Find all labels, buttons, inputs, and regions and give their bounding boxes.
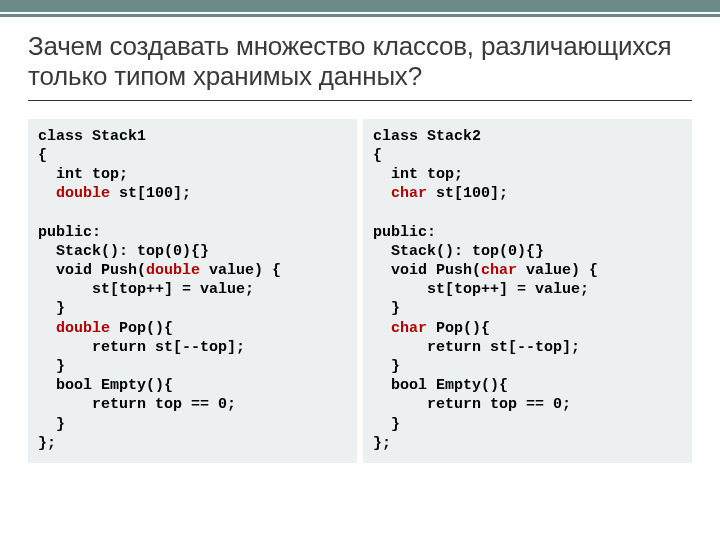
code-line: { <box>38 147 47 164</box>
code-line <box>38 320 56 337</box>
keyword: double <box>146 262 200 279</box>
code-line: class Stack1 <box>38 128 146 145</box>
code-line: st[100]; <box>427 185 508 202</box>
code-line: Stack(): top(0){} <box>38 243 209 260</box>
keyword: double <box>56 320 110 337</box>
code-line: public: <box>373 224 436 241</box>
code-line: bool Empty(){ <box>38 377 173 394</box>
code-line: } <box>373 416 400 433</box>
code-line: int top; <box>373 166 463 183</box>
code-line: return top == 0; <box>373 396 571 413</box>
code-right: class Stack2 { int top; char st[100]; pu… <box>363 119 692 463</box>
code-line: Pop(){ <box>427 320 490 337</box>
code-columns: class Stack1 { int top; double st[100]; … <box>28 119 692 463</box>
code-line: return top == 0; <box>38 396 236 413</box>
keyword: char <box>481 262 517 279</box>
code-line: }; <box>38 435 56 452</box>
code-line: } <box>38 358 65 375</box>
code-line: Pop(){ <box>110 320 173 337</box>
code-line: bool Empty(){ <box>373 377 508 394</box>
code-line: void Push( <box>38 262 146 279</box>
code-line: value) { <box>517 262 598 279</box>
code-line: public: <box>38 224 101 241</box>
code-line: value) { <box>200 262 281 279</box>
slide-title: Зачем создавать множество классов, разли… <box>28 32 692 92</box>
slide-content: Зачем создавать множество классов, разли… <box>0 14 720 463</box>
code-line: } <box>373 300 400 317</box>
code-line: st[100]; <box>110 185 191 202</box>
code-line: int top; <box>38 166 128 183</box>
code-line: } <box>373 358 400 375</box>
code-left: class Stack1 { int top; double st[100]; … <box>28 119 357 463</box>
code-line: st[top++] = value; <box>373 281 589 298</box>
code-line: { <box>373 147 382 164</box>
code-line <box>373 185 391 202</box>
code-line <box>38 185 56 202</box>
code-line: return st[--top]; <box>373 339 580 356</box>
code-line: class Stack2 <box>373 128 481 145</box>
keyword: double <box>56 185 110 202</box>
code-line: }; <box>373 435 391 452</box>
title-underline <box>28 100 692 101</box>
keyword: char <box>391 320 427 337</box>
code-line: return st[--top]; <box>38 339 245 356</box>
keyword: char <box>391 185 427 202</box>
code-line: Stack(): top(0){} <box>373 243 544 260</box>
code-line <box>373 320 391 337</box>
code-line: st[top++] = value; <box>38 281 254 298</box>
code-line: void Push( <box>373 262 481 279</box>
code-line: } <box>38 416 65 433</box>
code-line: } <box>38 300 65 317</box>
slide-top-bar <box>0 0 720 14</box>
